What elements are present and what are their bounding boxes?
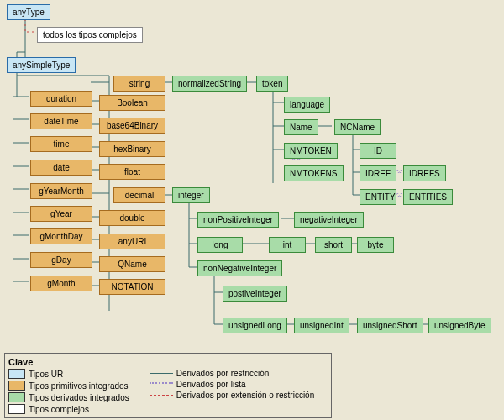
node-gYearMonth: gYearMonth bbox=[30, 183, 92, 199]
node-gYear: gYear bbox=[30, 206, 92, 222]
node-long: long bbox=[197, 237, 243, 253]
node-nonPositiveInteger: nonPositiveInteger bbox=[197, 212, 279, 228]
node-hexBinary: hexBinary bbox=[99, 141, 165, 157]
node-negativeInteger: negativeInteger bbox=[294, 212, 364, 228]
node-NOTATION: NOTATION bbox=[99, 279, 165, 295]
node-token: token bbox=[256, 76, 288, 92]
node-base64Binary: base64Binary bbox=[99, 118, 165, 134]
node-gMonth: gMonth bbox=[30, 276, 92, 291]
legend: Clave Tipos UR Tipos primitivos integrad… bbox=[4, 353, 332, 418]
node-short: short bbox=[315, 237, 352, 253]
legend-restr: Derivados por restricción bbox=[176, 369, 270, 378]
legend-ext: Derivados por extensión o restricción bbox=[176, 391, 315, 400]
node-double: double bbox=[99, 210, 165, 226]
node-unsignedInt: unsignedInt bbox=[294, 318, 349, 333]
node-IDREFS: IDREFS bbox=[403, 165, 446, 181]
node-IDREF: IDREF bbox=[360, 165, 396, 181]
node-ENTITY: ENTITY bbox=[360, 189, 396, 205]
node-anyType: anyType bbox=[7, 4, 50, 20]
node-integer: integer bbox=[172, 187, 210, 203]
node-duration: duration bbox=[30, 91, 92, 107]
node-Name: Name bbox=[284, 119, 318, 135]
node-float: float bbox=[99, 164, 165, 180]
legend-derv: Tipos derivados integrados bbox=[29, 393, 129, 402]
node-Boolean: Boolean bbox=[99, 95, 165, 111]
node-complex: todos los tipos complejos bbox=[37, 27, 143, 43]
node-string: string bbox=[113, 76, 165, 92]
node-anySimpleType: anySimpleType bbox=[7, 57, 76, 73]
node-byte: byte bbox=[357, 237, 394, 253]
node-unsignedShort: unsignedShort bbox=[357, 318, 423, 333]
node-NMTOKENS: NMTOKENS bbox=[284, 165, 344, 181]
node-QName: QName bbox=[99, 256, 165, 272]
node-NCName: NCName bbox=[334, 119, 381, 135]
legend-ur: Tipos UR bbox=[29, 370, 63, 379]
legend-cplx: Tipos complejos bbox=[29, 405, 89, 414]
node-unsignedLong: unsignedLong bbox=[223, 318, 287, 333]
node-anyURI: anyURI bbox=[99, 234, 165, 249]
node-ENTITIES: ENTITIES bbox=[403, 189, 453, 205]
node-date: date bbox=[30, 160, 92, 176]
legend-list: Derivados por lista bbox=[176, 380, 246, 389]
node-postiveInteger: postiveInteger bbox=[223, 286, 287, 302]
node-gMonthDay: gMonthDay bbox=[30, 228, 92, 244]
node-normalizedString: normalizedString bbox=[172, 76, 247, 92]
legend-title: Clave bbox=[8, 357, 33, 367]
node-int: int bbox=[269, 237, 306, 253]
node-gDay: gDay bbox=[30, 252, 92, 268]
node-language: language bbox=[284, 97, 330, 113]
node-dateTime: dateTime bbox=[30, 113, 92, 129]
node-nonNegativeInteger: nonNegativeInteger bbox=[197, 260, 282, 276]
node-time: time bbox=[30, 136, 92, 152]
node-NMTOKEN: NMTOKEN bbox=[284, 143, 338, 159]
legend-prim: Tipos primitivos integrados bbox=[29, 381, 129, 391]
node-decimal: decimal bbox=[113, 187, 165, 203]
node-ID: ID bbox=[360, 143, 396, 159]
node-unsignedByte: unsignedByte bbox=[428, 318, 491, 333]
